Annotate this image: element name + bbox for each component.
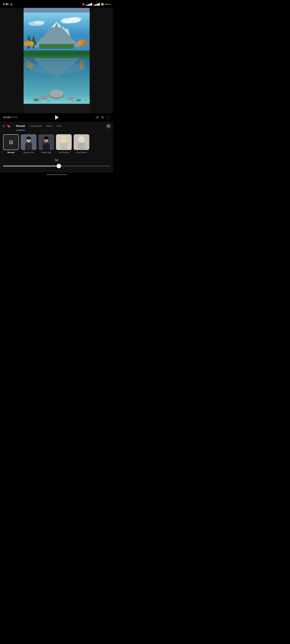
- fullscreen-button[interactable]: ⛶: [107, 116, 110, 119]
- svg-point-23: [77, 41, 82, 46]
- preset-grey-brown[interactable]: Grey Brown: [74, 134, 89, 154]
- status-time: 6:30: [3, 3, 8, 6]
- slider-area: 52: [0, 156, 113, 173]
- no-filter-icon[interactable]: ⊘: [2, 124, 5, 128]
- svg-point-65: [78, 138, 80, 142]
- tab-portrait[interactable]: Portrait: [14, 122, 27, 130]
- preset-label-grey-brown: Grey Brown: [76, 151, 87, 154]
- svg-point-3: [60, 20, 72, 24]
- svg-point-38: [76, 99, 81, 102]
- video-container: [0, 8, 113, 113]
- preset-thumb-normal: ⊟: [3, 134, 19, 150]
- home-bar: [46, 174, 67, 175]
- svg-rect-44: [25, 143, 32, 150]
- filter-presets-area: ⊟ Normal Garden Glo: [0, 130, 113, 156]
- svg-point-36: [68, 96, 74, 100]
- preset-label-garden-glo: Garden Glo: [23, 151, 34, 154]
- tab-retro[interactable]: Retro: [44, 122, 54, 130]
- slider-fill: [3, 166, 59, 166]
- time-total: 00:10: [10, 116, 17, 119]
- slider-value: 52: [55, 159, 58, 162]
- svg-point-59: [65, 138, 67, 142]
- redo-button[interactable]: ↻: [101, 116, 104, 120]
- close-button[interactable]: ✕: [106, 124, 111, 128]
- svg-rect-52: [43, 143, 50, 144]
- video-top-bar: [24, 8, 90, 12]
- control-icons: ↺ ↻ ⛶: [96, 116, 110, 120]
- undo-button[interactable]: ↺: [96, 116, 98, 120]
- sliders-icon: ⊟: [9, 139, 13, 145]
- playback-section: 00:08 / 00:10 ↺ ↻ ⛶: [0, 113, 113, 122]
- svg-point-22: [82, 41, 88, 46]
- preset-thumb-soft-brown: [56, 134, 72, 150]
- playback-controls: 00:08 / 00:10 ↺ ↻ ⛶: [0, 113, 113, 122]
- slider-track-container[interactable]: [3, 164, 110, 168]
- svg-point-39: [38, 100, 41, 102]
- svg-point-41: [48, 102, 50, 103]
- svg-point-66: [83, 138, 85, 142]
- battery-dot: [109, 4, 110, 5]
- preset-thumb-grey-brown: [74, 134, 89, 150]
- bookmark-icon[interactable]: 🔖: [7, 124, 11, 128]
- preset-label-matte-high: Matte High: [41, 151, 51, 154]
- home-indicator: [0, 173, 113, 176]
- preset-soft-brown[interactable]: Soft Brown: [56, 134, 72, 154]
- svg-rect-62: [78, 143, 85, 150]
- slider-thumb[interactable]: [56, 164, 61, 168]
- tab-landscape[interactable]: Landscape: [27, 122, 44, 130]
- filter-tabs: ⊘ 🔖 Portrait Landscape Retro Film ✕: [0, 122, 113, 130]
- svg-point-40: [72, 100, 76, 102]
- video-image[interactable]: [24, 12, 90, 104]
- mute-icon: 🔕: [82, 3, 85, 6]
- preset-label-normal: Normal: [8, 151, 15, 154]
- status-icons: 🔕 ▂▄▆█ ▂▄▆█ 📶 92%: [82, 3, 110, 6]
- play-icon: [55, 115, 59, 120]
- preset-thumb-garden-glo: [21, 134, 36, 150]
- svg-point-2: [69, 17, 82, 22]
- status-bar: 6:30 🎥 🔕 ▂▄▆█ ▂▄▆█ 📶 92%: [0, 0, 113, 8]
- video-wrapper[interactable]: [24, 8, 90, 113]
- play-button[interactable]: [53, 114, 60, 121]
- svg-point-51: [44, 136, 48, 140]
- signal-icon-2: ▂▄▆█: [94, 3, 100, 6]
- svg-point-5: [34, 20, 45, 24]
- svg-point-58: [60, 138, 62, 142]
- svg-point-31: [29, 62, 34, 70]
- svg-point-20: [24, 42, 28, 46]
- svg-point-46: [26, 136, 31, 140]
- svg-point-35: [40, 95, 48, 100]
- battery-percent: 92%: [104, 3, 109, 6]
- svg-point-34: [50, 90, 64, 98]
- camera-status-icon: 🎥: [10, 3, 13, 6]
- svg-point-19: [29, 41, 34, 46]
- svg-rect-24: [39, 44, 74, 49]
- battery-indicator: 92%: [104, 3, 110, 6]
- time-current: 00:08: [3, 116, 10, 119]
- video-bottom-bar: [24, 104, 90, 113]
- svg-rect-55: [60, 143, 67, 150]
- time-display: 00:08 / 00:10: [3, 116, 17, 119]
- preset-garden-glo[interactable]: Garden Glo: [21, 134, 36, 154]
- preset-matte-high[interactable]: Matte High: [38, 134, 54, 154]
- preset-label-soft-brown: Soft Brown: [59, 151, 69, 154]
- tab-film[interactable]: Film: [54, 122, 64, 130]
- preset-normal[interactable]: ⊟ Normal: [3, 134, 19, 154]
- svg-point-32: [79, 60, 84, 69]
- signal-icon: ▂▄▆█: [86, 3, 92, 6]
- preset-thumb-matte-high: [38, 134, 54, 150]
- wifi-icon: 📶: [101, 3, 104, 6]
- filter-presets-scroll: ⊟ Normal Garden Glo: [0, 134, 113, 154]
